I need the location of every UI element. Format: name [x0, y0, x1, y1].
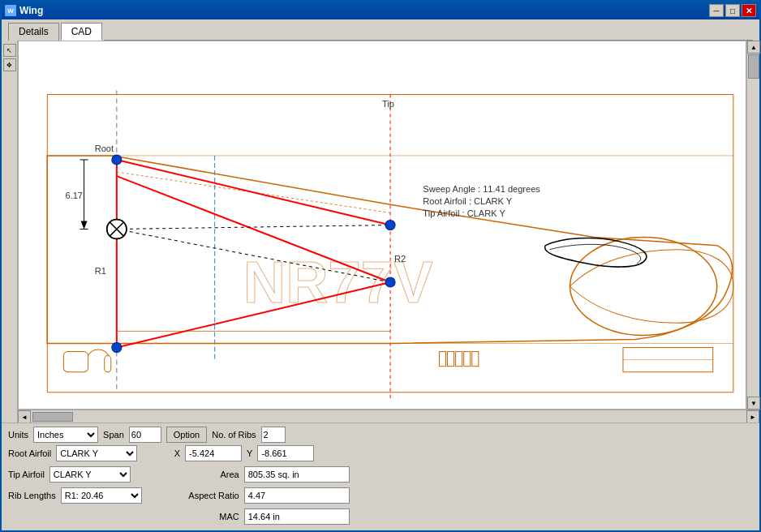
aspect-ratio-label: Aspect Ratio — [174, 491, 239, 500]
main-panel: NR77V — [18, 41, 759, 423]
svg-text:Tip: Tip — [382, 99, 394, 109]
bottom-data-area: Root Airfoil CLARK Y Tip Airfoil CLARK Y… — [8, 445, 753, 527]
right-scrollbar: ▲ ▼ — [746, 41, 759, 410]
title-bar: W Wing ─ □ ✕ — [2, 2, 759, 19]
app-icon: W — [5, 5, 16, 16]
svg-point-16 — [385, 277, 395, 287]
rib-lengths-label: Rib Lengths — [8, 491, 56, 500]
area-row: Area 805.35 sq. in — [174, 466, 350, 483]
bottom-right: X -5.424 Y -8.661 Area 805.35 sq. in Asp… — [174, 445, 350, 527]
scroll-down-button[interactable]: ▼ — [747, 397, 760, 410]
bottom-row-1: Units Inches Span Option No. of Ribs — [8, 427, 753, 443]
root-airfoil-label: Root Airfoil — [8, 448, 51, 458]
span-label: Span — [103, 430, 124, 440]
tip-airfoil-row: Tip Airfoil CLARK Y — [8, 466, 142, 483]
svg-text:Root: Root — [95, 144, 114, 153]
area-label: Area — [174, 470, 239, 479]
tip-airfoil-select[interactable]: CLARK Y — [49, 466, 131, 483]
x-label: X — [174, 448, 180, 458]
left-toolbar: ↖ ✥ — [2, 41, 18, 423]
close-button[interactable]: ✕ — [742, 4, 756, 17]
tab-cad[interactable]: CAD — [61, 23, 102, 41]
scroll-left-button[interactable]: ◄ — [18, 410, 31, 423]
minimize-button[interactable]: ─ — [709, 4, 724, 17]
aspect-ratio-value: 4.47 — [244, 487, 350, 504]
svg-point-14 — [112, 155, 122, 165]
title-controls: ─ □ ✕ — [709, 4, 756, 17]
tab-details[interactable]: Details — [8, 23, 59, 41]
rib-lengths-row: Rib Lengths R1: 20.46 — [8, 487, 142, 504]
svg-text:R2: R2 — [394, 254, 406, 264]
svg-text:R1: R1 — [95, 266, 106, 276]
span-input[interactable] — [129, 427, 161, 443]
scroll-right-button[interactable]: ► — [746, 410, 759, 423]
ribs-input[interactable] — [261, 427, 286, 443]
svg-text:Root Airfoil : CLARK Y: Root Airfoil : CLARK Y — [423, 196, 512, 206]
maximize-button[interactable]: □ — [725, 4, 740, 17]
root-airfoil-select[interactable]: CLARK Y — [56, 445, 137, 461]
y-value: -8.661 — [257, 445, 314, 461]
bottom-scrollbar: ◄ ► — [18, 410, 759, 423]
tip-airfoil-label: Tip Airfoil — [8, 470, 45, 479]
aspect-ratio-row: Aspect Ratio 4.47 — [174, 487, 350, 504]
mac-label: MAC — [174, 512, 239, 521]
rib-lengths-select[interactable]: R1: 20.46 — [61, 487, 142, 504]
option-button[interactable]: Option — [166, 427, 207, 443]
root-airfoil-row: Root Airfoil CLARK Y — [8, 445, 142, 461]
cad-view[interactable]: NR77V — [18, 41, 746, 410]
select-tool-button[interactable]: ↖ — [3, 44, 16, 57]
bottom-left: Root Airfoil CLARK Y Tip Airfoil CLARK Y… — [8, 445, 142, 527]
mac-value: 14.64 in — [244, 508, 350, 525]
bottom-panel: Units Inches Span Option No. of Ribs Roo… — [2, 423, 759, 530]
tab-bar: Details CAD — [2, 19, 759, 41]
mac-row: MAC 14.64 in — [174, 508, 350, 525]
title-bar-left: W Wing — [5, 5, 43, 16]
svg-rect-0 — [23, 41, 742, 409]
scroll-right-track[interactable] — [747, 54, 759, 397]
content-area: ↖ ✥ — [2, 41, 759, 423]
main-window: W Wing ─ □ ✕ Details CAD ↖ ✥ — [0, 0, 761, 532]
svg-point-15 — [385, 220, 395, 230]
scroll-up-button[interactable]: ▲ — [747, 41, 760, 54]
y-label: Y — [247, 448, 252, 458]
svg-text:6.17: 6.17 — [65, 191, 83, 200]
area-value: 805.35 sq. in — [244, 466, 350, 483]
scroll-bottom-thumb[interactable] — [32, 412, 73, 422]
scroll-bottom-track[interactable] — [31, 410, 746, 423]
svg-text:Sweep Angle : 11.41 degrees: Sweep Angle : 11.41 degrees — [423, 184, 540, 194]
svg-point-17 — [112, 342, 122, 352]
scroll-right-thumb[interactable] — [748, 54, 759, 79]
units-select[interactable]: Inches — [33, 427, 98, 443]
svg-text:Tip Airfoil :  CLARK Y: Tip Airfoil : CLARK Y — [423, 208, 505, 218]
x-value: -5.424 — [185, 445, 242, 461]
ribs-label: No. of Ribs — [212, 430, 256, 440]
window-title: Wing — [19, 5, 43, 16]
xy-row: X -5.424 Y -8.661 — [174, 445, 350, 461]
pan-tool-button[interactable]: ✥ — [3, 58, 16, 71]
units-label: Units — [8, 430, 28, 440]
